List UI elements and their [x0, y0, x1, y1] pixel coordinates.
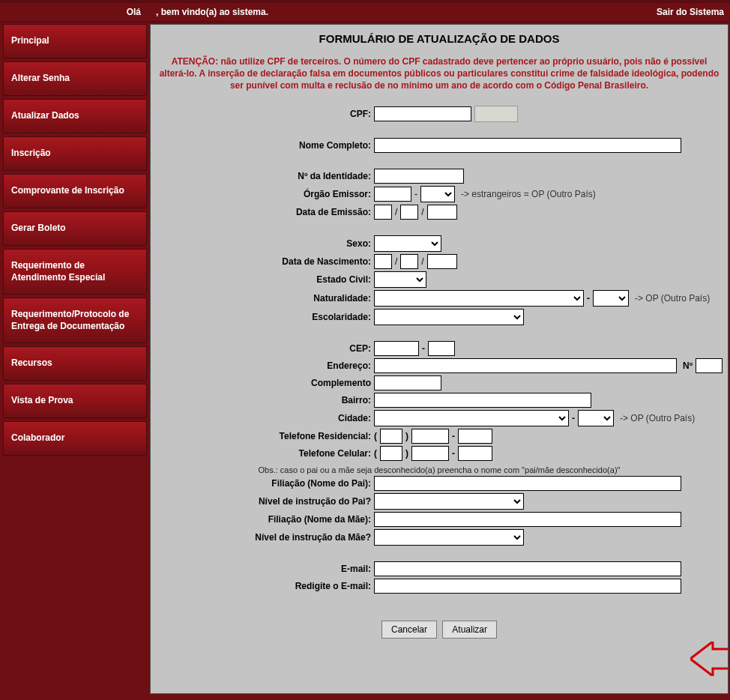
- bairro-input[interactable]: [374, 393, 591, 408]
- sidebar-item-inscricao[interactable]: Inscrição: [3, 136, 147, 171]
- form-warning: ATENÇÃO: não utilize CPF de terceiros. O…: [151, 51, 728, 103]
- nome-input[interactable]: [374, 138, 681, 153]
- form-title: FORMULÁRIO DE ATUALIZAÇÃO DE DADOS: [151, 25, 728, 51]
- label-escolaridade: Escolaridade:: [157, 312, 374, 322]
- endereco-input[interactable]: [374, 358, 677, 373]
- telcel-pref-input[interactable]: [411, 446, 449, 461]
- label-tel-cel: Telefone Celular:: [157, 448, 374, 459]
- label-instrucao-mae: Nível de instrução da Mãe?: [157, 532, 374, 543]
- numero-input[interactable]: [696, 358, 723, 373]
- telres-suf-input[interactable]: [458, 429, 492, 444]
- cpf-tail: [474, 106, 518, 122]
- label-naturalidade: Naturalidade:: [157, 293, 374, 304]
- cidade-uf-select[interactable]: [578, 410, 614, 426]
- label-cpf: CPF:: [157, 109, 374, 119]
- label-filiacao-mae: Filiação (Nome da Mãe):: [157, 514, 374, 525]
- orgao-uf-select[interactable]: [420, 186, 455, 202]
- label-orgao: Órgão Emissor:: [157, 189, 374, 199]
- main-panel: FORMULÁRIO DE ATUALIZAÇÃO DE DADOS ATENÇ…: [150, 24, 729, 694]
- pai-instrucao-select[interactable]: [374, 493, 524, 510]
- sidebar-item-principal[interactable]: Principal: [3, 24, 147, 58]
- greeting-left: Olá: [6, 7, 156, 17]
- label-numero: Nº: [683, 360, 693, 371]
- telres-ddd-input[interactable]: [380, 429, 402, 444]
- sidebar-item-alterar-senha[interactable]: Alterar Senha: [3, 61, 147, 96]
- nasc-mes-input[interactable]: [400, 254, 418, 269]
- label-estado-civil: Estado Civil:: [157, 274, 374, 285]
- mae-instrucao-select[interactable]: [374, 529, 524, 546]
- pai-nome-input[interactable]: [374, 476, 681, 491]
- arrow-icon: [690, 642, 729, 678]
- nasc-dia-input[interactable]: [374, 254, 392, 269]
- sidebar: Principal Alterar Senha Atualizar Dados …: [0, 22, 150, 696]
- mae-nome-input[interactable]: [374, 512, 681, 527]
- cpf-input[interactable]: [374, 106, 471, 121]
- orgao-hint: -> estrangeiros = OP (Outro País): [461, 189, 596, 199]
- email2-input[interactable]: [374, 579, 681, 594]
- label-email2: Redigite o E-mail:: [157, 581, 374, 591]
- sidebar-item-requerimento-protocolo[interactable]: Requerimento/Protocolo de Entrega de Doc…: [3, 298, 147, 343]
- update-button[interactable]: Atualizar: [442, 621, 497, 639]
- label-identidade: Nº da Identidade:: [157, 171, 374, 181]
- emissao-ano-input[interactable]: [427, 205, 457, 220]
- cidade-select[interactable]: [374, 410, 569, 426]
- naturalidade-hint: -> OP (Outro País): [635, 293, 710, 304]
- telres-pref-input[interactable]: [411, 429, 449, 444]
- cidade-hint: -> OP (Outro País): [620, 413, 695, 423]
- orgao-dash: -: [414, 189, 417, 199]
- complemento-input[interactable]: [374, 375, 441, 390]
- label-cep: CEP:: [157, 343, 374, 354]
- label-nome: Nome Completo:: [157, 140, 374, 151]
- telcel-ddd-input[interactable]: [380, 446, 402, 461]
- sidebar-item-gerar-boleto[interactable]: Gerar Boleto: [3, 211, 147, 246]
- label-endereco: Endereço:: [157, 360, 374, 371]
- escolaridade-select[interactable]: [374, 309, 524, 325]
- label-data-emissao: Data de Emissão:: [157, 207, 374, 217]
- sidebar-item-vista-prova[interactable]: Vista de Prova: [3, 384, 147, 418]
- cep2-input[interactable]: [428, 341, 455, 356]
- orgao-input[interactable]: [374, 187, 411, 202]
- sidebar-item-atualizar-dados[interactable]: Atualizar Dados: [3, 99, 147, 133]
- emissao-dia-input[interactable]: [374, 205, 392, 220]
- obs-text: Obs.: caso o pai ou a mãe seja desconhec…: [157, 465, 722, 474]
- greeting-center: , bem vindo(a) ao sistema.: [156, 7, 619, 17]
- sexo-select[interactable]: [374, 235, 441, 252]
- naturalidade-uf-select[interactable]: [593, 290, 629, 307]
- label-complemento: Complemento: [157, 378, 374, 388]
- sidebar-item-comprovante[interactable]: Comprovante de Inscrição: [3, 174, 147, 208]
- emissao-mes-input[interactable]: [400, 205, 418, 220]
- estado-civil-select[interactable]: [374, 271, 426, 288]
- label-cidade: Cidade:: [157, 413, 374, 423]
- label-sexo: Sexo:: [157, 238, 374, 249]
- sidebar-item-requerimento-especial[interactable]: Requerimento de Atendimento Especial: [3, 249, 147, 295]
- nasc-ano-input[interactable]: [427, 254, 457, 269]
- cep1-input[interactable]: [374, 341, 419, 356]
- telcel-suf-input[interactable]: [458, 446, 492, 461]
- label-bairro: Bairro:: [157, 395, 374, 405]
- label-instrucao-pai: Nível de instrução do Pai?: [157, 496, 374, 507]
- email-input[interactable]: [374, 561, 681, 576]
- label-filiacao-pai: Filiação (Nome do Pai):: [157, 478, 374, 489]
- cancel-button[interactable]: Cancelar: [381, 621, 437, 639]
- logout-link[interactable]: Sair do Sistema: [619, 7, 724, 17]
- top-bar: Olá , bem vindo(a) ao sistema. Sair do S…: [0, 0, 730, 22]
- naturalidade-cidade-select[interactable]: [374, 290, 584, 307]
- sidebar-item-colaborador[interactable]: Colaborador: [3, 421, 147, 456]
- label-tel-res: Telefone Residencial:: [157, 431, 374, 441]
- label-email: E-mail:: [157, 564, 374, 574]
- sidebar-item-recursos[interactable]: Recursos: [3, 346, 147, 381]
- label-data-nasc: Data de Nascimento:: [157, 256, 374, 267]
- identidade-input[interactable]: [374, 169, 464, 184]
